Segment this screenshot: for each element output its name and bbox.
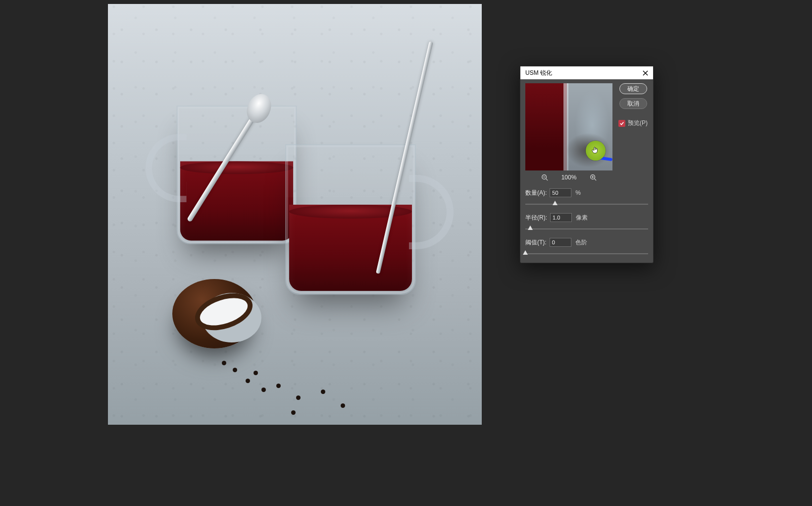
unsharp-mask-dialog: USM 锐化 确定 取消 xyxy=(520,66,654,263)
image-content-cup-handle xyxy=(146,134,187,202)
image-content-cookie xyxy=(172,279,256,348)
amount-label: 数量(A): xyxy=(525,189,547,197)
threshold-slider[interactable] xyxy=(525,252,648,256)
zoom-out-button[interactable] xyxy=(541,173,549,181)
zoom-value: 100% xyxy=(561,174,577,181)
param-radius: 半径(R): 像素 xyxy=(525,213,648,231)
radius-slider[interactable] xyxy=(525,227,648,231)
slider-thumb[interactable] xyxy=(528,225,533,230)
document-canvas[interactable] xyxy=(108,4,482,425)
slider-thumb[interactable] xyxy=(553,201,558,205)
dialog-body: 确定 取消 预览(P) 100% xyxy=(520,79,653,263)
dialog-title: USM 锐化 xyxy=(525,69,552,77)
slider-track xyxy=(525,253,648,254)
radius-unit: 像素 xyxy=(576,214,588,222)
preview-checkbox-row[interactable]: 预览(P) xyxy=(618,119,648,127)
image-content-cup-left xyxy=(177,107,296,243)
threshold-label: 阈值(T): xyxy=(525,238,547,247)
radius-label: 半径(R): xyxy=(525,214,547,222)
radius-input[interactable] xyxy=(550,213,572,222)
hand-cursor-icon xyxy=(591,146,600,155)
amount-unit: % xyxy=(575,189,581,196)
param-amount: 数量(A): % xyxy=(525,188,648,206)
slider-track xyxy=(525,204,648,205)
dialog-side-column: 确定 取消 预览(P) xyxy=(618,83,648,170)
threshold-unit: 色阶 xyxy=(575,238,587,247)
zoom-in-button[interactable] xyxy=(589,173,597,181)
slider-thumb[interactable] xyxy=(523,250,528,255)
cancel-button[interactable]: 取消 xyxy=(619,98,647,109)
filter-preview[interactable] xyxy=(525,83,612,170)
slider-track xyxy=(525,228,648,229)
preview-checkbox-label: 预览(P) xyxy=(628,119,648,127)
zoom-in-icon xyxy=(590,174,597,181)
image-content-cup-handle xyxy=(409,175,454,249)
amount-input[interactable] xyxy=(550,188,571,197)
check-icon xyxy=(619,121,624,126)
threshold-input[interactable] xyxy=(550,238,571,247)
param-threshold: 阈值(T): 色阶 xyxy=(525,238,648,256)
amount-slider[interactable] xyxy=(525,202,648,206)
preview-zoom-row: 100% xyxy=(525,173,612,181)
dialog-top-row: 确定 取消 预览(P) xyxy=(525,83,648,170)
image-content-cup-right xyxy=(286,145,415,294)
ok-button[interactable]: 确定 xyxy=(619,83,647,94)
close-button[interactable] xyxy=(641,69,649,77)
dialog-titlebar[interactable]: USM 锐化 xyxy=(520,66,653,79)
zoom-out-icon xyxy=(541,174,548,181)
preview-bg-left xyxy=(525,83,567,170)
close-icon xyxy=(643,70,648,76)
preview-checkbox[interactable] xyxy=(618,120,625,127)
